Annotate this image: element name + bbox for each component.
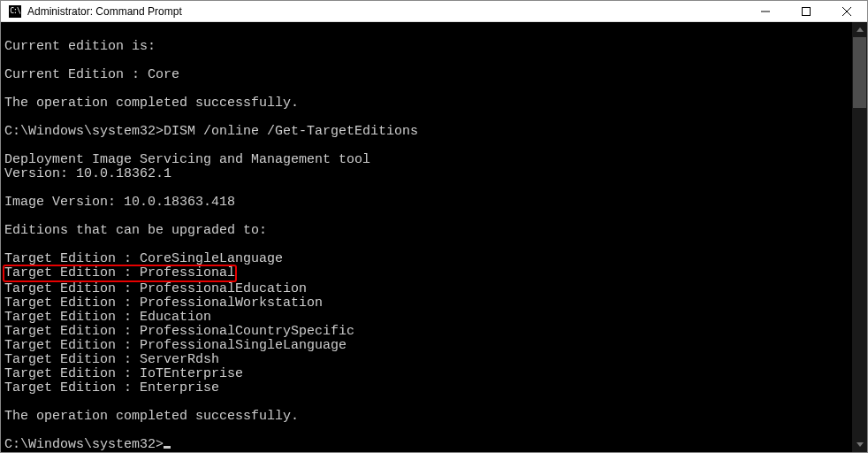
terminal-line [4, 424, 852, 438]
highlighted-target-edition: Target Edition : Professional [3, 265, 237, 282]
terminal-line: Target Edition : ProfessionalEducation [4, 282, 852, 296]
maximize-button[interactable] [786, 1, 826, 21]
window-title: Administrator: Command Prompt [27, 5, 745, 18]
terminal-output[interactable]: Current edition is: Current Edition : Co… [1, 22, 852, 452]
terminal-line: Target Edition : ServerRdsh [4, 353, 852, 367]
terminal-line: Target Edition : ProfessionalCountrySpec… [4, 325, 852, 339]
terminal-line: Target Edition : ProfessionalSingleLangu… [4, 339, 852, 353]
terminal-line: Target Edition : Enterprise [4, 381, 852, 395]
cmd-icon: C:\ [8, 4, 22, 19]
terminal-line [4, 210, 852, 224]
terminal-line: Current Edition : Core [4, 68, 852, 82]
chevron-down-icon [857, 442, 864, 447]
terminal-line: Target Edition : Education [4, 311, 852, 325]
terminal-line [4, 139, 852, 153]
terminal-line [4, 395, 852, 410]
terminal-line: Target Edition : ProfessionalWorkstation [4, 296, 852, 311]
window-controls [745, 1, 867, 21]
chevron-up-icon [857, 27, 864, 32]
terminal-line: The operation completed successfully. [4, 96, 852, 111]
text-cursor [164, 446, 171, 449]
terminal-line: Editions that can be upgraded to: [4, 224, 852, 238]
close-icon [842, 7, 851, 16]
terminal-area: Current edition is: Current Edition : Co… [1, 22, 867, 452]
terminal-line: Current edition is: [4, 40, 852, 54]
command-prompt-window: C:\ Administrator: Command Prompt Curren… [0, 0, 868, 453]
terminal-line: C:\Windows\system32>DISM /online /Get-Ta… [4, 125, 852, 139]
close-button[interactable] [826, 1, 867, 21]
terminal-line: Image Version: 10.0.18363.418 [4, 196, 852, 210]
svg-rect-1 [803, 7, 811, 15]
terminal-line [4, 82, 852, 96]
terminal-line: Version: 10.0.18362.1 [4, 167, 852, 181]
maximize-icon [802, 7, 811, 16]
terminal-line: The operation completed successfully. [4, 410, 852, 424]
scroll-up-button[interactable] [852, 22, 867, 37]
terminal-line [4, 111, 852, 125]
scroll-thumb[interactable] [853, 37, 866, 108]
vertical-scrollbar[interactable] [852, 22, 867, 452]
minimize-button[interactable] [745, 1, 786, 21]
terminal-line [4, 238, 852, 252]
terminal-line: Target Edition : Professional [4, 266, 852, 282]
terminal-line [4, 26, 852, 40]
terminal-line: C:\Windows\system32> [4, 438, 852, 452]
minimize-icon [761, 7, 770, 16]
terminal-line [4, 181, 852, 196]
titlebar[interactable]: C:\ Administrator: Command Prompt [1, 1, 867, 22]
terminal-line: Target Edition : IoTEnterprise [4, 367, 852, 381]
terminal-line [4, 54, 852, 68]
terminal-line: Deployment Image Servicing and Managemen… [4, 153, 852, 167]
scroll-down-button[interactable] [852, 437, 867, 452]
